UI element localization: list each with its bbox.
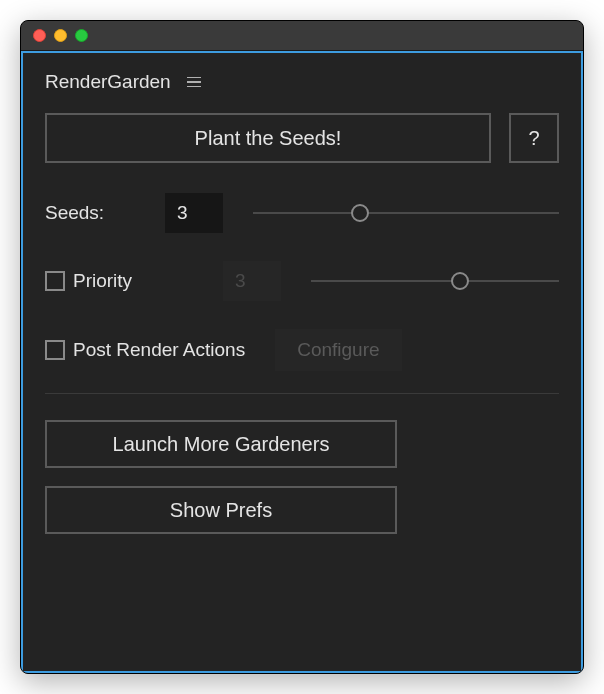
launch-more-gardeners-button[interactable]: Launch More Gardeners (45, 420, 397, 468)
priority-input (223, 261, 281, 301)
panel-content: Plant the Seeds! ? Seeds: Priority (23, 107, 581, 574)
slider-thumb-icon[interactable] (451, 272, 469, 290)
seeds-input[interactable] (165, 193, 223, 233)
titlebar (21, 21, 583, 51)
divider (45, 393, 559, 394)
seeds-slider[interactable] (253, 203, 559, 223)
slider-thumb-icon[interactable] (351, 204, 369, 222)
seeds-row: Seeds: (45, 193, 559, 233)
priority-row: Priority (45, 261, 559, 301)
maximize-icon[interactable] (75, 29, 88, 42)
seeds-label: Seeds: (45, 202, 165, 224)
priority-slider[interactable] (311, 271, 559, 291)
close-icon[interactable] (33, 29, 46, 42)
panel-title: RenderGarden (45, 71, 171, 93)
post-render-checkbox[interactable] (45, 340, 65, 360)
configure-button: Configure (275, 329, 401, 371)
panel: RenderGarden Plant the Seeds! ? Seeds: (21, 51, 583, 673)
help-button[interactable]: ? (509, 113, 559, 163)
panel-header: RenderGarden (23, 53, 581, 107)
show-prefs-button[interactable]: Show Prefs (45, 486, 397, 534)
app-window: RenderGarden Plant the Seeds! ? Seeds: (20, 20, 584, 674)
post-render-row: Post Render Actions Configure (45, 329, 559, 371)
panel-menu-icon[interactable] (187, 77, 201, 88)
priority-checkbox[interactable] (45, 271, 65, 291)
minimize-icon[interactable] (54, 29, 67, 42)
plant-seeds-button[interactable]: Plant the Seeds! (45, 113, 491, 163)
post-render-label: Post Render Actions (73, 339, 245, 361)
priority-label: Priority (73, 270, 132, 292)
